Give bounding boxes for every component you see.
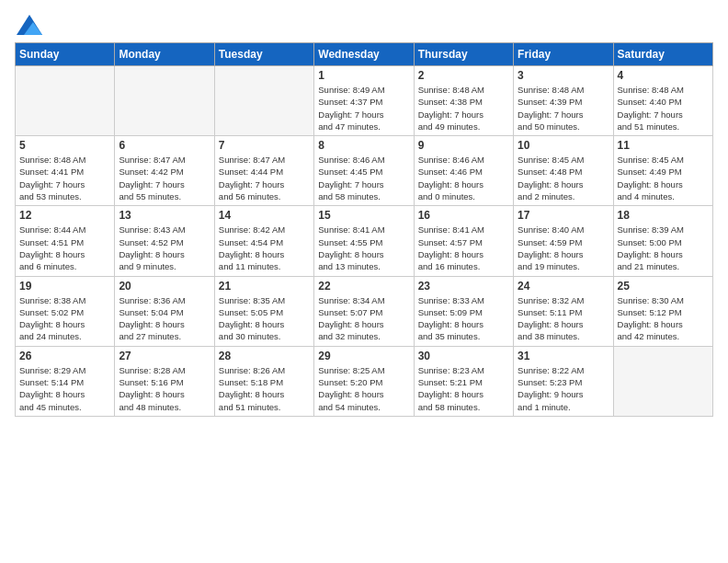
calendar-cell: 12Sunrise: 8:44 AM Sunset: 4:51 PM Dayli… — [16, 206, 115, 276]
day-number: 29 — [318, 350, 409, 362]
day-info: Sunrise: 8:45 AM Sunset: 4:49 PM Dayligh… — [618, 154, 709, 202]
calendar-cell: 15Sunrise: 8:41 AM Sunset: 4:55 PM Dayli… — [314, 206, 414, 276]
day-info: Sunrise: 8:36 AM Sunset: 5:04 PM Dayligh… — [119, 294, 210, 343]
day-info: Sunrise: 8:32 AM Sunset: 5:11 PM Dayligh… — [518, 294, 609, 343]
calendar-cell — [115, 66, 214, 136]
day-info: Sunrise: 8:25 AM Sunset: 5:20 PM Dayligh… — [318, 364, 409, 413]
day-number: 31 — [518, 350, 609, 362]
day-info: Sunrise: 8:29 AM Sunset: 5:14 PM Dayligh… — [19, 364, 110, 413]
calendar-cell: 23Sunrise: 8:33 AM Sunset: 5:09 PM Dayli… — [414, 276, 513, 346]
calendar-cell: 1Sunrise: 8:49 AM Sunset: 4:37 PM Daylig… — [314, 66, 414, 136]
day-number: 25 — [618, 280, 709, 293]
calendar-cell: 29Sunrise: 8:25 AM Sunset: 5:20 PM Dayli… — [314, 346, 414, 416]
calendar-week-row: 19Sunrise: 8:38 AM Sunset: 5:02 PM Dayli… — [16, 276, 713, 346]
day-info: Sunrise: 8:49 AM Sunset: 4:37 PM Dayligh… — [318, 84, 409, 132]
day-info: Sunrise: 8:34 AM Sunset: 5:07 PM Dayligh… — [318, 294, 409, 343]
calendar-cell: 30Sunrise: 8:23 AM Sunset: 5:21 PM Dayli… — [414, 346, 513, 416]
day-info: Sunrise: 8:47 AM Sunset: 4:44 PM Dayligh… — [219, 154, 310, 202]
page: SundayMondayTuesdayWednesdayThursdayFrid… — [0, 0, 728, 431]
day-number: 14 — [219, 209, 310, 222]
calendar-cell: 22Sunrise: 8:34 AM Sunset: 5:07 PM Dayli… — [314, 276, 414, 346]
calendar-cell: 8Sunrise: 8:46 AM Sunset: 4:45 PM Daylig… — [314, 136, 414, 206]
day-info: Sunrise: 8:28 AM Sunset: 5:16 PM Dayligh… — [119, 364, 210, 413]
day-number: 9 — [418, 139, 509, 152]
day-info: Sunrise: 8:48 AM Sunset: 4:41 PM Dayligh… — [19, 154, 110, 202]
day-info: Sunrise: 8:30 AM Sunset: 5:12 PM Dayligh… — [618, 294, 709, 343]
day-info: Sunrise: 8:43 AM Sunset: 4:52 PM Dayligh… — [119, 224, 210, 272]
calendar-cell: 21Sunrise: 8:35 AM Sunset: 5:05 PM Dayli… — [214, 276, 313, 346]
calendar-cell: 27Sunrise: 8:28 AM Sunset: 5:16 PM Dayli… — [115, 346, 214, 416]
day-number: 1 — [318, 69, 409, 82]
day-number: 20 — [119, 280, 210, 293]
weekday-header-sunday: Sunday — [16, 43, 115, 66]
calendar-week-row: 12Sunrise: 8:44 AM Sunset: 4:51 PM Dayli… — [16, 206, 713, 276]
day-number: 4 — [618, 69, 709, 82]
day-number: 11 — [618, 139, 709, 152]
day-number: 28 — [219, 350, 310, 362]
day-info: Sunrise: 8:48 AM Sunset: 4:39 PM Dayligh… — [518, 84, 609, 132]
calendar-cell: 9Sunrise: 8:46 AM Sunset: 4:46 PM Daylig… — [414, 136, 513, 206]
day-number: 23 — [418, 280, 509, 293]
calendar-cell: 19Sunrise: 8:38 AM Sunset: 5:02 PM Dayli… — [16, 276, 115, 346]
calendar-table: SundayMondayTuesdayWednesdayThursdayFrid… — [15, 42, 713, 417]
weekday-header-thursday: Thursday — [414, 43, 513, 66]
day-number: 18 — [618, 209, 709, 222]
calendar-cell — [613, 346, 712, 416]
day-info: Sunrise: 8:46 AM Sunset: 4:46 PM Dayligh… — [418, 154, 509, 202]
calendar-cell: 6Sunrise: 8:47 AM Sunset: 4:42 PM Daylig… — [115, 136, 214, 206]
day-info: Sunrise: 8:48 AM Sunset: 4:40 PM Dayligh… — [618, 84, 709, 132]
day-info: Sunrise: 8:40 AM Sunset: 4:59 PM Dayligh… — [518, 224, 609, 272]
header — [15, 15, 713, 35]
day-info: Sunrise: 8:35 AM Sunset: 5:05 PM Dayligh… — [219, 294, 310, 343]
day-number: 21 — [219, 280, 310, 293]
calendar-cell: 3Sunrise: 8:48 AM Sunset: 4:39 PM Daylig… — [514, 66, 613, 136]
calendar-week-row: 1Sunrise: 8:49 AM Sunset: 4:37 PM Daylig… — [16, 66, 713, 136]
day-number: 15 — [318, 209, 409, 222]
day-number: 7 — [219, 139, 310, 152]
day-number: 12 — [19, 209, 110, 222]
day-info: Sunrise: 8:41 AM Sunset: 4:55 PM Dayligh… — [318, 224, 409, 272]
day-number: 26 — [19, 350, 110, 362]
day-info: Sunrise: 8:42 AM Sunset: 4:54 PM Dayligh… — [219, 224, 310, 272]
day-info: Sunrise: 8:39 AM Sunset: 5:00 PM Dayligh… — [618, 224, 709, 272]
calendar-cell: 20Sunrise: 8:36 AM Sunset: 5:04 PM Dayli… — [115, 276, 214, 346]
calendar-cell: 4Sunrise: 8:48 AM Sunset: 4:40 PM Daylig… — [613, 66, 712, 136]
day-number: 17 — [518, 209, 609, 222]
calendar-cell: 13Sunrise: 8:43 AM Sunset: 4:52 PM Dayli… — [115, 206, 214, 276]
day-number: 6 — [119, 139, 210, 152]
day-info: Sunrise: 8:44 AM Sunset: 4:51 PM Dayligh… — [19, 224, 110, 272]
weekday-header-wednesday: Wednesday — [314, 43, 414, 66]
calendar-cell: 14Sunrise: 8:42 AM Sunset: 4:54 PM Dayli… — [214, 206, 313, 276]
calendar-cell: 11Sunrise: 8:45 AM Sunset: 4:49 PM Dayli… — [613, 136, 712, 206]
day-info: Sunrise: 8:38 AM Sunset: 5:02 PM Dayligh… — [19, 294, 110, 343]
calendar-cell: 17Sunrise: 8:40 AM Sunset: 4:59 PM Dayli… — [514, 206, 613, 276]
calendar-cell: 28Sunrise: 8:26 AM Sunset: 5:18 PM Dayli… — [214, 346, 313, 416]
day-number: 5 — [19, 139, 110, 152]
calendar-week-row: 26Sunrise: 8:29 AM Sunset: 5:14 PM Dayli… — [16, 346, 713, 416]
day-info: Sunrise: 8:47 AM Sunset: 4:42 PM Dayligh… — [119, 154, 210, 202]
day-info: Sunrise: 8:22 AM Sunset: 5:23 PM Dayligh… — [518, 364, 609, 413]
calendar-cell: 25Sunrise: 8:30 AM Sunset: 5:12 PM Dayli… — [613, 276, 712, 346]
day-number: 24 — [518, 280, 609, 293]
weekday-header-row: SundayMondayTuesdayWednesdayThursdayFrid… — [16, 43, 713, 66]
calendar-cell: 31Sunrise: 8:22 AM Sunset: 5:23 PM Dayli… — [514, 346, 613, 416]
calendar-cell: 26Sunrise: 8:29 AM Sunset: 5:14 PM Dayli… — [16, 346, 115, 416]
calendar-cell: 5Sunrise: 8:48 AM Sunset: 4:41 PM Daylig… — [16, 136, 115, 206]
day-number: 27 — [119, 350, 210, 362]
weekday-header-monday: Monday — [115, 43, 214, 66]
weekday-header-friday: Friday — [514, 43, 613, 66]
calendar-cell: 2Sunrise: 8:48 AM Sunset: 4:38 PM Daylig… — [414, 66, 513, 136]
calendar-cell: 16Sunrise: 8:41 AM Sunset: 4:57 PM Dayli… — [414, 206, 513, 276]
calendar-cell: 18Sunrise: 8:39 AM Sunset: 5:00 PM Dayli… — [613, 206, 712, 276]
day-number: 13 — [119, 209, 210, 222]
day-number: 22 — [318, 280, 409, 293]
weekday-header-tuesday: Tuesday — [214, 43, 313, 66]
day-info: Sunrise: 8:46 AM Sunset: 4:45 PM Dayligh… — [318, 154, 409, 202]
calendar-cell: 10Sunrise: 8:45 AM Sunset: 4:48 PM Dayli… — [514, 136, 613, 206]
day-info: Sunrise: 8:45 AM Sunset: 4:48 PM Dayligh… — [518, 154, 609, 202]
logo-icon — [17, 15, 42, 35]
weekday-header-saturday: Saturday — [613, 43, 712, 66]
calendar-cell: 7Sunrise: 8:47 AM Sunset: 4:44 PM Daylig… — [214, 136, 313, 206]
day-info: Sunrise: 8:41 AM Sunset: 4:57 PM Dayligh… — [418, 224, 509, 272]
day-number: 3 — [518, 69, 609, 82]
